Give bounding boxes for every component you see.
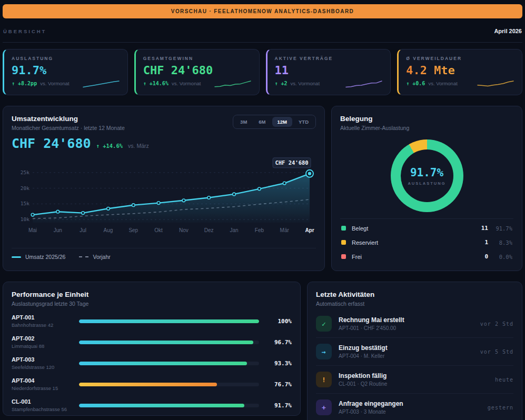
page-header: ÜBERSICHT April 2026 — [3, 18, 522, 43]
activities-subtitle: Automatisch erfasst — [316, 301, 513, 307]
unit-bar-track — [79, 404, 259, 407]
legend-swatch — [79, 256, 88, 257]
activities-card: Letzte Aktivitäten Automatisch erfasst ✓… — [307, 282, 522, 420]
legend-label: Umsatz 2025/26 — [25, 254, 65, 260]
warning-icon: ! — [316, 372, 332, 387]
activity-title: Inspektion fällig — [339, 372, 488, 379]
donut-center-label: AUSLASTUNG — [408, 181, 445, 186]
kpi-card: AUSLASTUNG 91.7% ↑ +8.2pp vs. Vormonat — [3, 49, 128, 95]
kpi-sparkline — [345, 79, 383, 88]
unit-percent: 100% — [264, 318, 292, 325]
unit-address: Bahnhofstrasse 42 — [12, 322, 74, 328]
unit-address: Limmatquai 88 — [12, 343, 74, 349]
range-button[interactable]: 12M — [272, 117, 292, 127]
occupancy-segment-label: Reserviert — [352, 239, 473, 246]
occupancy-swatch — [341, 226, 346, 231]
kpi-value: 11 — [275, 65, 383, 76]
revenue-big-value: CHF 24'680 — [12, 136, 91, 151]
performance-subtitle: Auslastungsgrad letzte 30 Tage — [12, 301, 292, 307]
activity-time: gestern — [488, 405, 513, 411]
activity-row[interactable]: ! Inspektion fällig CL-001 · Q2 Routine … — [316, 366, 513, 394]
activity-row[interactable]: ✓ Rechnung Mai erstellt APT-001 · CHF 2'… — [316, 310, 513, 338]
occupancy-legend-row: Belegt 11 91.7% — [340, 221, 513, 235]
range-selector: 3M 6M 12M YTD — [233, 115, 316, 129]
performance-title: Performance je Einheit — [12, 291, 292, 298]
kpi-label: AKTIVE VERTRÄGE — [275, 56, 383, 61]
activity-title: Anfrage eingegangen — [339, 400, 481, 407]
kpi-value: 4.2 Mte — [406, 65, 514, 76]
occupancy-segment-count: 0 — [473, 253, 488, 260]
unit-id: APT-004 — [12, 377, 74, 384]
unit-bar-track — [79, 383, 259, 386]
revenue-value-row: CHF 24'680 ↑ +14.6% vs. März — [12, 136, 316, 151]
performance-card: Performance je Einheit Auslastungsgrad l… — [3, 282, 301, 416]
svg-text:Feb: Feb — [255, 227, 264, 233]
activity-time: heute — [495, 377, 513, 383]
unit-bar-track — [79, 341, 259, 344]
svg-text:Jul: Jul — [80, 227, 86, 233]
svg-text:Aug: Aug — [104, 227, 113, 233]
unit-id: APT-002 — [12, 335, 74, 342]
svg-text:Okt: Okt — [154, 227, 163, 233]
svg-text:Dez: Dez — [204, 227, 214, 233]
activity-title: Rechnung Mai erstellt — [339, 316, 473, 324]
bottom-row: Performance je Einheit Auslastungsgrad l… — [3, 282, 522, 420]
range-button[interactable]: 3M — [235, 117, 252, 127]
occupancy-segment-label: Belegt — [352, 225, 473, 232]
occupancy-segment-pct: 8.3% — [488, 239, 512, 246]
unit-address: Seefeldstrasse 120 — [12, 364, 74, 370]
activity-row[interactable]: + Anfrage eingegangen APT-003 · 3 Monate… — [316, 394, 513, 420]
preview-banner: VORSCHAU · FEELATHOMENOW ANALYTICS-DASHB… — [3, 4, 522, 18]
range-button[interactable]: YTD — [293, 117, 314, 127]
kpi-value: 91.7% — [12, 65, 120, 76]
activity-meta: CL-001 · Q2 Routine — [339, 381, 488, 387]
kpi-delta: ↑ +8.2pp — [12, 81, 37, 86]
kpi-label: GESAMTGEWINN — [143, 56, 252, 61]
kpi-card: AKTIVE VERTRÄGE 11 ↑ +2 vs. Vormonat — [266, 49, 391, 95]
occupancy-legend-row: Reserviert 1 8.3% — [340, 235, 513, 249]
svg-text:Sep: Sep — [128, 227, 138, 233]
occupancy-segment-pct: 91.7% — [488, 225, 512, 232]
occupancy-swatch — [341, 240, 346, 245]
activity-meta: APT-001 · CHF 2'450.00 — [339, 325, 473, 331]
page-title: ÜBERSICHT — [3, 28, 46, 34]
svg-text:10k: 10k — [21, 216, 29, 222]
revenue-line-chart: 10k15k20k25kMaiJunJulAugSepOktNovDezJanF… — [12, 152, 316, 243]
svg-text:Jan: Jan — [230, 227, 238, 233]
arrow-right-icon: → — [316, 344, 332, 359]
legend-swatch — [12, 256, 21, 258]
range-button[interactable]: 6M — [253, 117, 271, 127]
unit-bar-fill — [79, 362, 247, 365]
svg-text:20k: 20k — [21, 185, 29, 191]
donut-center: 91.7% AUSLASTUNG — [401, 149, 453, 202]
unit-row: APT-001 Bahnhofstrasse 42 100% — [12, 314, 292, 328]
main-row: Umsatzentwicklung Monatlicher Gesamtumsa… — [3, 106, 522, 271]
activity-row[interactable]: → Einzug bestätigt APT-004 · M. Keller v… — [316, 338, 513, 366]
plus-icon: + — [316, 399, 332, 415]
revenue-chart-header: Umsatzentwicklung Monatlicher Gesamtumsa… — [12, 115, 316, 131]
revenue-delta-note: vs. März — [128, 143, 149, 149]
kpi-delta-note: vs. Vormonat — [172, 81, 201, 86]
svg-text:15k: 15k — [21, 201, 29, 206]
occupancy-segment-count: 1 — [473, 239, 488, 246]
occupancy-subtitle: Aktuelle Zimmer-Auslastung — [340, 125, 513, 131]
unit-row: APT-003 Seefeldstrasse 120 93.3% — [12, 356, 292, 370]
svg-text:Jun: Jun — [54, 227, 62, 233]
dashboard-page: VORSCHAU · FEELATHOMENOW ANALYTICS-DASHB… — [0, 4, 525, 420]
kpi-row: AUSLASTUNG 91.7% ↑ +8.2pp vs. Vormonat G… — [3, 49, 522, 95]
unit-percent: 93.3% — [264, 360, 292, 367]
occupancy-segment-pct: 0.0% — [488, 254, 512, 260]
activity-time: vor 5 Std — [480, 349, 513, 355]
kpi-delta-note: vs. Vormonat — [291, 81, 320, 86]
activity-meta: APT-004 · M. Keller — [339, 353, 473, 359]
unit-id: CL-001 — [12, 398, 74, 405]
unit-address: Stampfenbachstrasse 56 — [12, 406, 74, 412]
kpi-label: AUSLASTUNG — [12, 56, 120, 61]
occupancy-title: Belegung — [340, 115, 513, 123]
occupancy-donut: 91.7% AUSLASTUNG — [391, 139, 463, 212]
unit-bar-fill — [79, 383, 217, 386]
kpi-card: Ø VERWEILDAUER 4.2 Mte ↑ +0.6 vs. Vormon… — [397, 49, 522, 95]
unit-row: APT-004 Niederdorfstrasse 15 76.7% — [12, 377, 292, 391]
kpi-delta: ↑ +2 — [275, 81, 288, 86]
occupancy-segment-count: 11 — [473, 225, 488, 232]
